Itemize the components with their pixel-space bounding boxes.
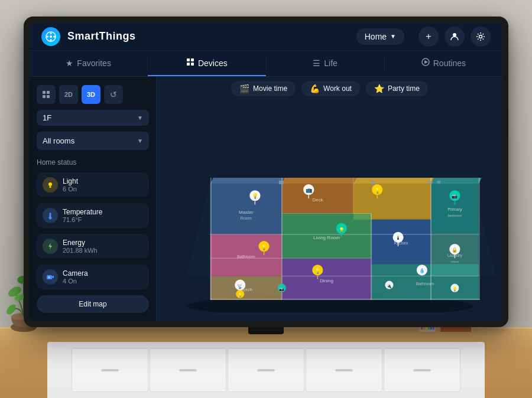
- svg-rect-119: [428, 181, 433, 184]
- svg-text:Room: Room: [241, 216, 252, 220]
- app-title: SmartThings: [67, 30, 136, 43]
- svg-point-29: [49, 217, 52, 220]
- svg-text:📷: 📷: [452, 194, 458, 200]
- svg-point-11: [50, 39, 52, 41]
- svg-rect-16: [187, 58, 190, 61]
- favorites-icon: ★: [66, 58, 73, 68]
- scene-movie-time[interactable]: 🎬 Movie time: [231, 81, 296, 96]
- floor-selector[interactable]: 1F ▼: [37, 110, 149, 126]
- light-text: Light 6 On: [63, 177, 78, 193]
- svg-text:bedroom: bedroom: [447, 214, 462, 217]
- camera-value: 4 On: [63, 278, 88, 285]
- scene-party-time[interactable]: ⭐ Party time: [366, 81, 428, 96]
- svg-text:Primary: Primary: [447, 207, 462, 212]
- floor-arrow-icon: ▼: [137, 115, 143, 121]
- cabinet-handle-2: [179, 369, 197, 371]
- svg-rect-23: [47, 91, 50, 94]
- home-label: Home: [365, 32, 387, 41]
- home-selector[interactable]: Home ▼: [356, 28, 404, 45]
- view-2d-button[interactable]: 2D: [59, 85, 78, 104]
- tab-favorites-label: Favorites: [77, 58, 111, 68]
- movie-icon: 🎬: [239, 84, 249, 93]
- view-history-button[interactable]: ↺: [104, 85, 123, 104]
- cabinet-door-5: [384, 348, 460, 392]
- svg-marker-44: [353, 178, 434, 184]
- temperature-label: Temperature: [63, 208, 102, 216]
- svg-text:🌡: 🌡: [395, 235, 401, 241]
- svg-rect-120: [437, 181, 440, 184]
- svg-text:💡: 💡: [452, 286, 458, 292]
- svg-point-14: [453, 33, 456, 37]
- devices-icon: [186, 58, 194, 68]
- cabinet-handle: [101, 369, 119, 371]
- edit-map-button[interactable]: Edit map: [37, 295, 149, 313]
- svg-rect-24: [43, 95, 46, 98]
- status-item-energy[interactable]: Energy 201.88 kWh: [37, 234, 149, 259]
- view-grid-button[interactable]: [37, 85, 56, 104]
- svg-marker-41: [282, 178, 356, 184]
- svg-rect-64: [210, 178, 212, 301]
- temperature-icon: [43, 208, 58, 223]
- temperature-value: 71.6°F: [63, 216, 102, 223]
- app-header: SmartThings Home ▼ +: [30, 22, 502, 51]
- life-icon: ☰: [313, 58, 320, 68]
- status-item-light[interactable]: Light 6 On: [37, 172, 149, 197]
- profile-button[interactable]: [445, 27, 465, 47]
- scene-workout[interactable]: 💪 Work out: [301, 81, 360, 96]
- settings-button[interactable]: [471, 27, 491, 47]
- room-value: All rooms: [43, 136, 74, 145]
- svg-text:💡: 💡: [238, 292, 243, 298]
- camera-label: Camera: [63, 269, 88, 278]
- svg-text:🔒: 🔒: [452, 247, 458, 253]
- tab-life[interactable]: ☰ Life: [267, 51, 384, 76]
- workout-icon: 💪: [310, 84, 320, 93]
- svg-text:Deck: Deck: [312, 198, 323, 203]
- svg-rect-18: [187, 63, 190, 66]
- room-arrow-icon: ▼: [137, 138, 143, 144]
- status-item-camera[interactable]: Camera 4 On: [37, 265, 149, 289]
- workout-label: Work out: [323, 84, 352, 93]
- svg-point-26: [48, 182, 52, 186]
- svg-text:📡: 📡: [237, 283, 244, 289]
- sidebar: 2D 3D ↺ 1F ▼ All rooms ▼: [30, 77, 157, 321]
- svg-text:🔌: 🔌: [387, 283, 392, 289]
- svg-rect-25: [47, 95, 50, 98]
- svg-rect-27: [50, 187, 51, 188]
- svg-text:💡: 💡: [252, 193, 259, 200]
- movie-label: Movie time: [253, 84, 287, 93]
- tab-devices[interactable]: Devices: [148, 51, 265, 76]
- svg-rect-22: [43, 91, 46, 94]
- cabinet-handle-5: [413, 369, 431, 371]
- smartthings-logo: [41, 27, 60, 46]
- history-icon: ↺: [110, 90, 117, 99]
- main-content: 2D 3D ↺ 1F ▼ All rooms ▼: [30, 77, 502, 321]
- energy-value: 201.88 kWh: [63, 247, 98, 254]
- shelf-cabinet: [47, 342, 485, 398]
- tab-favorites[interactable]: ★ Favorites: [30, 51, 147, 76]
- nav-tabs: ★ Favorites Devices ☰ Life: [30, 51, 502, 77]
- svg-point-12: [47, 35, 48, 37]
- cabinet-door-1: [72, 348, 148, 392]
- room-selector[interactable]: All rooms ▼: [37, 132, 149, 150]
- svg-rect-117: [279, 181, 284, 185]
- map-area: 🎬 Movie time 💪 Work out ⭐ Party time: [157, 77, 502, 321]
- svg-text:💡: 💡: [339, 227, 345, 233]
- svg-text:📺: 📺: [306, 187, 313, 194]
- floorplan-container: Master Room Deck Primary bedroom: [157, 100, 502, 321]
- cabinet-door-4: [306, 348, 382, 392]
- svg-text:💡: 💡: [261, 244, 268, 252]
- svg-rect-65: [479, 178, 480, 301]
- svg-rect-118: [371, 181, 375, 185]
- add-button[interactable]: +: [419, 27, 439, 47]
- svg-text:Living Room: Living Room: [313, 235, 340, 240]
- svg-rect-19: [191, 63, 194, 66]
- view-3d-button[interactable]: 3D: [82, 85, 100, 104]
- floor-value: 1F: [43, 113, 51, 122]
- party-label: Party time: [388, 84, 420, 93]
- svg-text:💡: 💡: [374, 188, 381, 195]
- svg-text:📷: 📷: [279, 286, 284, 292]
- status-item-temperature[interactable]: Temperature 71.6°F: [37, 203, 149, 228]
- light-icon: [43, 177, 58, 193]
- cabinet-handle-3: [257, 369, 275, 371]
- tab-routines[interactable]: Routines: [385, 51, 502, 76]
